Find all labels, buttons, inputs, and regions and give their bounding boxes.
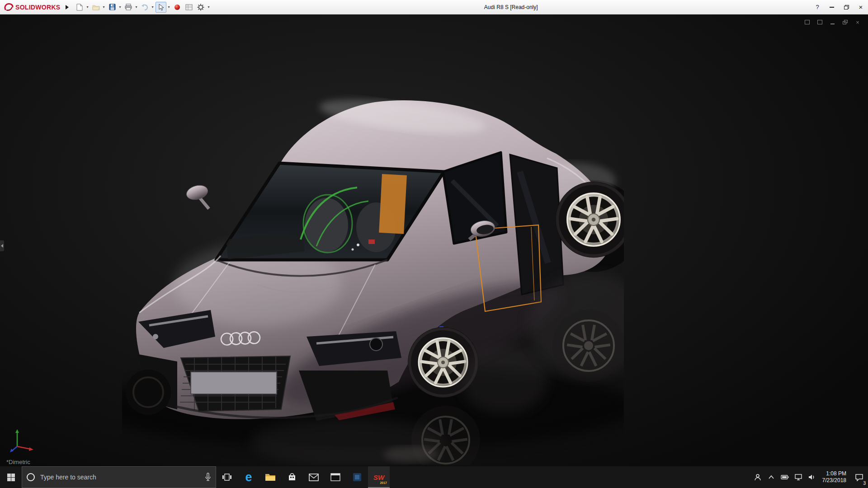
pinned-app-icon	[353, 473, 362, 482]
doc-close-button[interactable]: ×	[854, 19, 861, 25]
options-dropdown[interactable]: ▾	[206, 5, 211, 9]
restore-icon	[844, 5, 849, 9]
microphone-icon[interactable]	[205, 473, 211, 482]
action-center-button[interactable]: 3	[851, 466, 867, 488]
doc-newwindow-button[interactable]	[804, 19, 810, 25]
doc-window-icon	[817, 20, 822, 24]
print-button[interactable]	[123, 2, 134, 13]
minimize-button[interactable]	[825, 0, 839, 14]
volume-button[interactable]	[806, 468, 818, 487]
mail-icon	[309, 474, 319, 481]
taskbar-pinned-app-button[interactable]	[346, 466, 368, 488]
task-view-button[interactable]	[216, 466, 238, 488]
car-model-render[interactable]	[122, 90, 624, 465]
help-button[interactable]: ?	[810, 0, 825, 14]
system-tray: 1:08 PM 7/23/2018 3	[752, 466, 868, 488]
main-toolbar: ▾ ▾ ▾	[74, 2, 212, 13]
select-cursor-icon	[158, 4, 164, 11]
taskbar-mail-button[interactable]	[303, 466, 325, 488]
people-icon	[754, 474, 762, 481]
show-hidden-icons-button[interactable]	[765, 468, 777, 487]
window-controls: ? ×	[810, 0, 868, 14]
volume-icon	[808, 474, 816, 480]
select-tool-dropdown[interactable]: ▾	[166, 5, 171, 9]
doc-minimize-button[interactable]	[829, 19, 835, 25]
titlebar: SOLIDWORKS ▾ ▾	[0, 0, 868, 14]
print-icon	[125, 4, 132, 10]
taskbar-file-explorer-button[interactable]	[259, 466, 281, 488]
command-prompt-icon	[330, 473, 340, 481]
render-sphere-button[interactable]	[172, 2, 183, 13]
restore-button[interactable]	[839, 0, 854, 14]
new-document-dropdown[interactable]: ▾	[85, 5, 90, 9]
taskbar-command-prompt-button[interactable]	[325, 466, 346, 488]
save-button[interactable]	[107, 2, 118, 13]
people-button[interactable]	[752, 468, 764, 487]
doc-cascade-button[interactable]	[816, 19, 823, 25]
undo-dropdown[interactable]: ▾	[150, 5, 155, 9]
save-dropdown[interactable]: ▾	[118, 5, 122, 9]
view-orientation-label: *Dimetric	[6, 459, 30, 465]
save-icon	[109, 4, 116, 10]
open-button[interactable]	[90, 2, 101, 13]
close-button[interactable]: ×	[854, 0, 868, 14]
chevron-up-icon	[768, 475, 774, 479]
taskbar-solidworks-button[interactable]: SW 2017	[368, 466, 390, 488]
clock-date: 7/23/2018	[822, 477, 846, 484]
file-properties-button[interactable]	[184, 2, 194, 13]
orientation-triad[interactable]	[9, 427, 36, 453]
doc-window-icon	[805, 20, 810, 24]
select-tool-button[interactable]	[156, 2, 166, 13]
taskbar-clock[interactable]: 1:08 PM 7/23/2018	[820, 470, 849, 484]
options-button[interactable]	[195, 2, 206, 13]
feature-tree-collapse-tab[interactable]	[0, 240, 4, 251]
taskbar-edge-button[interactable]: e	[238, 466, 259, 488]
doc-minimize-icon	[830, 23, 835, 24]
undo-button[interactable]	[139, 2, 150, 13]
doc-restore-icon	[843, 20, 848, 24]
edge-icon: e	[245, 471, 252, 483]
windows-logo-icon	[7, 474, 15, 481]
document-title: Audi R8 S [Read-only]	[212, 4, 810, 10]
network-icon	[794, 474, 802, 480]
search-input[interactable]	[39, 473, 200, 481]
brand-name: SOLIDWORKS	[15, 4, 60, 11]
store-icon	[288, 473, 297, 482]
minimize-icon	[830, 7, 834, 8]
file-properties-icon	[185, 4, 193, 10]
taskbar-search[interactable]	[22, 466, 216, 488]
cortana-icon[interactable]	[27, 473, 35, 481]
document-window-controls: ×	[804, 19, 861, 25]
windows-taskbar: e SW 2017	[0, 466, 868, 488]
undo-icon	[141, 4, 148, 10]
clock-time: 1:08 PM	[822, 470, 846, 477]
print-dropdown[interactable]: ▾	[134, 5, 138, 9]
task-view-icon	[222, 473, 232, 482]
red-sphere-icon	[174, 4, 180, 10]
new-document-icon	[76, 4, 83, 11]
network-status-button[interactable]	[793, 468, 804, 487]
battery-icon	[781, 474, 789, 480]
battery-status-button[interactable]	[779, 468, 791, 487]
graphics-viewport[interactable]: ×	[0, 14, 868, 466]
ds-logo-icon	[4, 3, 14, 12]
expand-commandmanager-icon[interactable]	[66, 5, 69, 9]
file-explorer-icon	[265, 473, 276, 482]
new-document-button[interactable]	[74, 2, 85, 13]
start-button[interactable]	[0, 466, 22, 488]
gear-icon	[197, 4, 204, 11]
notification-badge: 3	[863, 481, 866, 486]
open-dropdown[interactable]: ▾	[101, 5, 106, 9]
solidworks-year-label: 2017	[380, 481, 387, 484]
action-center-icon	[855, 474, 863, 481]
solidworks-icon: SW	[373, 474, 384, 481]
open-folder-icon	[92, 4, 100, 10]
taskbar-store-button[interactable]	[281, 466, 303, 488]
solidworks-logo: SOLIDWORKS	[4, 3, 60, 12]
chevron-left-icon	[1, 244, 3, 248]
doc-restore-button[interactable]	[842, 19, 848, 25]
